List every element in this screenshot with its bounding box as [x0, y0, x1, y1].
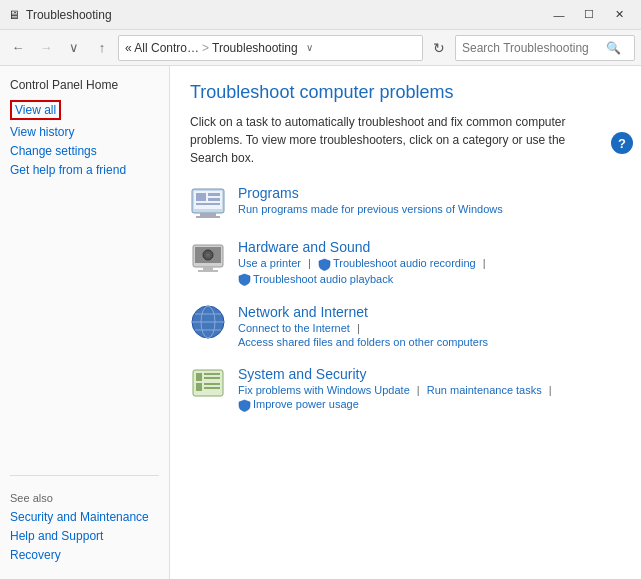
help-button[interactable]: ? [611, 132, 633, 154]
network-internet-icon [190, 304, 226, 340]
sidebar: Control Panel Home View allView historyC… [0, 66, 170, 579]
system-security-links-line2: Improve power usage [238, 398, 621, 412]
svg-rect-25 [204, 387, 220, 389]
hardware-sound-info: Hardware and SoundUse a printer | Troubl… [238, 239, 621, 286]
see-also-section: See also Security and MaintenanceHelp an… [10, 475, 159, 567]
category-network-internet: Network and InternetConnect to the Inter… [190, 304, 621, 348]
back-button[interactable]: ← [6, 36, 30, 60]
programs-links: Run programs made for previous versions … [238, 203, 621, 215]
see-also-link-help-support[interactable]: Help and Support [10, 529, 159, 543]
hardware-sound-name[interactable]: Hardware and Sound [238, 239, 621, 255]
svg-rect-3 [208, 193, 220, 196]
sep1: | [414, 384, 423, 396]
sidebar-link-change-settings[interactable]: Change settings [10, 144, 159, 158]
path-prefix: « All Contro… [125, 41, 199, 55]
category-hardware-sound: Hardware and SoundUse a printer | Troubl… [190, 239, 621, 286]
path-sep: > [202, 41, 209, 55]
hardware-sound-links-line2: Troubleshoot audio playback [238, 273, 621, 287]
title-bar: 🖥 Troubleshooting — ☐ ✕ [0, 0, 641, 30]
category-system-security: System and SecurityFix problems with Win… [190, 366, 621, 412]
dropdown-button[interactable]: ∨ [62, 36, 86, 60]
content-area: Troubleshoot computer problems Click on … [170, 66, 641, 579]
network-internet-info: Network and InternetConnect to the Inter… [238, 304, 621, 348]
sidebar-link-view-history[interactable]: View history [10, 125, 159, 139]
hardware-sound-links-line1: Use a printer | Troubleshoot audio recor… [238, 257, 621, 271]
window-title: Troubleshooting [26, 8, 112, 22]
search-button[interactable]: 🔍 [606, 41, 621, 55]
system-security-link-2[interactable]: Improve power usage [238, 398, 359, 410]
network-internet-links-line2: Access shared files and folders on other… [238, 336, 621, 348]
search-input[interactable] [462, 41, 602, 55]
system-security-link-0[interactable]: Fix problems with Windows Update [238, 384, 410, 396]
svg-rect-23 [196, 383, 202, 391]
maximize-button[interactable]: ☐ [575, 5, 603, 25]
sep: | [305, 257, 314, 269]
svg-rect-22 [204, 377, 220, 379]
network-internet-links-line1: Connect to the Internet | [238, 322, 621, 334]
svg-rect-24 [204, 383, 220, 385]
svg-rect-2 [196, 193, 206, 201]
address-bar: ← → ∨ ↑ « All Contro… > Troubleshooting … [0, 30, 641, 66]
up-button[interactable]: ↑ [90, 36, 114, 60]
main-layout: Control Panel Home View allView historyC… [0, 66, 641, 579]
sidebar-links: View allView historyChange settingsGet h… [10, 100, 159, 182]
system-security-info: System and SecurityFix problems with Win… [238, 366, 621, 412]
window-controls: — ☐ ✕ [545, 5, 633, 25]
svg-rect-6 [200, 213, 216, 216]
sep2: | [546, 384, 552, 396]
system-security-icon [190, 366, 226, 402]
see-also-title: See also [10, 492, 159, 504]
see-also-link-recovery[interactable]: Recovery [10, 548, 159, 562]
programs-link-0[interactable]: Run programs made for previous versions … [238, 203, 503, 215]
hardware-sound-link-0[interactable]: Use a printer [238, 257, 301, 269]
address-box[interactable]: « All Contro… > Troubleshooting ∨ [118, 35, 423, 61]
programs-info: ProgramsRun programs made for previous v… [238, 185, 621, 215]
svg-rect-5 [196, 203, 220, 205]
programs-name[interactable]: Programs [238, 185, 621, 201]
network-internet-link-1[interactable]: Access shared files and folders on other… [238, 336, 488, 348]
content-title: Troubleshoot computer problems [190, 82, 621, 103]
address-path: « All Contro… > Troubleshooting [125, 41, 298, 55]
refresh-button[interactable]: ↻ [427, 36, 451, 60]
see-also-links: Security and MaintenanceHelp and Support… [10, 510, 159, 562]
category-programs: ProgramsRun programs made for previous v… [190, 185, 621, 221]
svg-rect-12 [203, 267, 213, 270]
svg-rect-4 [208, 198, 220, 201]
system-security-link-1[interactable]: Run maintenance tasks [427, 384, 542, 396]
network-internet-name[interactable]: Network and Internet [238, 304, 621, 320]
system-security-name[interactable]: System and Security [238, 366, 621, 382]
path-current: Troubleshooting [212, 41, 298, 55]
close-button[interactable]: ✕ [605, 5, 633, 25]
svg-rect-20 [196, 373, 202, 381]
system-security-links-line1: Fix problems with Windows Update | Run m… [238, 384, 621, 396]
hardware-sound-link-2[interactable]: Troubleshoot audio playback [238, 273, 393, 285]
hardware-sound-icon [190, 239, 226, 275]
svg-rect-7 [196, 216, 220, 218]
hardware-sound-link-1[interactable]: Troubleshoot audio recording [318, 257, 476, 269]
sidebar-nav-title: Control Panel Home [10, 78, 159, 92]
see-also-link-security[interactable]: Security and Maintenance [10, 510, 159, 524]
sep2: | [480, 257, 486, 269]
content-description: Click on a task to automatically trouble… [190, 113, 570, 167]
svg-rect-13 [198, 270, 218, 272]
address-dropdown-button[interactable]: ∨ [306, 42, 313, 53]
minimize-button[interactable]: — [545, 5, 573, 25]
categories-list: ProgramsRun programs made for previous v… [190, 185, 621, 412]
svg-rect-21 [204, 373, 220, 375]
programs-icon [190, 185, 226, 221]
network-internet-link-0[interactable]: Connect to the Internet [238, 322, 350, 334]
sep: | [354, 322, 360, 334]
sidebar-link-view-all[interactable]: View all [10, 100, 61, 120]
window-icon: 🖥 [8, 8, 20, 22]
forward-button[interactable]: → [34, 36, 58, 60]
sidebar-link-get-help[interactable]: Get help from a friend [10, 163, 159, 177]
svg-point-11 [206, 253, 210, 257]
search-box[interactable]: 🔍 [455, 35, 635, 61]
